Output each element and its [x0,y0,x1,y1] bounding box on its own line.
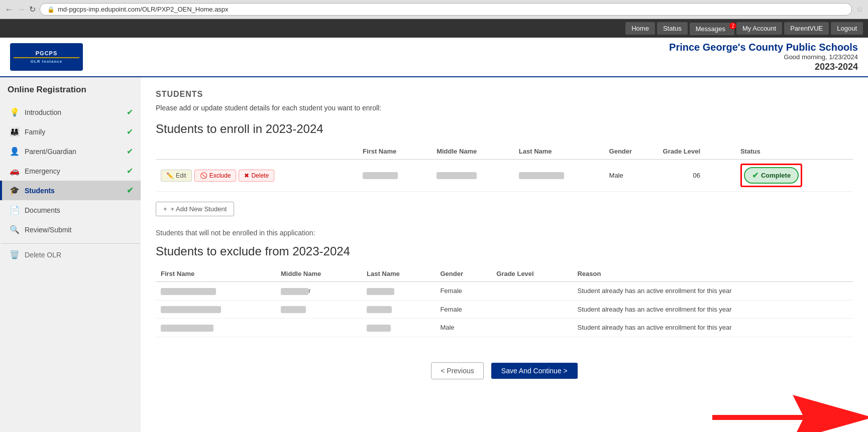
check-emergency: ✔ [127,166,133,176]
excl-col-gender: Gender [435,266,491,282]
trash-icon: 🗑️ [10,250,20,259]
school-logo: PGCPS OLR Instance [10,43,83,71]
sidebar-label-introduction: Introduction [25,108,61,116]
student-grade: 06 [658,160,735,192]
excl-grade-1 [491,282,572,301]
back-icon[interactable]: ← [5,5,13,14]
school-year: 2023-2024 [669,62,858,72]
logo-area: PGCPS OLR Instance [10,43,83,71]
lightbulb-icon: 💡 [10,107,20,117]
delete-button[interactable]: ✖ Delete [239,170,274,182]
sidebar-title: Online Registration [0,85,141,102]
sidebar-label-emergency: Emergency [25,167,60,175]
bottom-nav: < Previous Save And Continue > [156,352,853,389]
messages-badge: 2 [729,23,736,29]
reload-icon[interactable]: ↻ [29,5,36,14]
delete-icon: ✖ [244,172,249,179]
sidebar-item-parent-guardian[interactable]: 👤 Parent/Guardian ✔ [0,141,141,161]
excl-grade-3 [491,319,572,337]
table-row: Female Student already has an active enr… [156,300,853,319]
family-icon: 👨‍👩‍👧 [10,127,20,136]
exclude-button[interactable]: 🚫 Exclude [194,170,237,182]
table-row: Male Student already has an active enrol… [156,319,853,337]
col-header-first-name: First Name [358,143,431,160]
students-icon: 🎓 [10,186,20,195]
excl-first-name-3 [156,319,276,337]
svg-marker-0 [712,395,868,432]
excl-middle-name-3 [276,319,362,337]
page-header: PGCPS OLR Instance Prince George's Count… [0,38,868,77]
table-row: r Female Student already has an active e… [156,282,853,301]
complete-check-icon: ✔ [752,171,758,180]
sidebar-item-documents[interactable]: 📄 Documents [0,200,141,220]
my-account-link[interactable]: My Account [736,22,782,35]
parent-icon: 👤 [10,147,20,156]
excl-col-middle-name: Middle Name [276,266,362,282]
star-icon[interactable]: ☆ [856,5,863,14]
messages-link[interactable]: Messages [690,23,734,35]
check-students: ✔ [127,186,133,195]
excl-reason-1: Student already has an active enrollment… [572,282,853,301]
check-family: ✔ [127,127,133,136]
plus-icon: + [163,205,167,213]
sidebar-item-review-submit[interactable]: 🔍 Review/Submit [0,220,141,239]
sidebar-label-students: Students [25,187,55,195]
school-info: Prince George's County Public Schools Go… [669,42,858,72]
pencil-icon: ✏️ [166,172,174,179]
sidebar-item-delete-olr[interactable]: 🗑️ Delete OLR [0,243,141,264]
excl-col-last-name: Last Name [362,266,435,282]
enroll-heading: Students to enroll in 2023-2024 [156,122,853,136]
section-description: Please add or update student details for… [156,104,853,112]
student-gender: Male [604,160,658,192]
exclude-table: First Name Middle Name Last Name Gender … [156,266,853,337]
sidebar-label-delete-olr: Delete OLR [25,251,61,259]
date: 1/23/2024 [829,53,858,61]
sidebar-label-review-submit: Review/Submit [25,226,71,234]
student-first-name [358,160,431,192]
sidebar-label-parent-guardian: Parent/Guardian [25,148,76,156]
excl-col-grade-level: Grade Level [491,266,572,282]
sidebar-item-family[interactable]: 👨‍👩‍👧 Family ✔ [0,122,141,141]
top-nav: Home Status Messages 2 My Account Parent… [0,19,868,38]
sidebar-item-introduction[interactable]: 💡 Introduction ✔ [0,102,141,122]
documents-icon: 📄 [10,205,20,215]
excl-reason-3: Student already has an active enrollment… [572,319,853,337]
col-header-gender: Gender [604,143,658,160]
table-row: ✏️ Edit 🚫 Exclude ✖ Delete [156,160,853,192]
col-header-last-name: Last Name [514,143,604,160]
school-name: Prince George's County Public Schools [669,42,858,53]
forward-icon[interactable]: → [17,5,25,14]
col-header-middle-name: Middle Name [431,143,514,160]
col-header-actions [156,143,358,160]
status-link[interactable]: Status [657,22,688,35]
save-and-continue-button[interactable]: Save And Continue > [491,363,578,379]
enroll-table: First Name Middle Name Last Name Gender … [156,143,853,192]
excl-last-name-2 [362,300,435,319]
sidebar-item-emergency[interactable]: 🚗 Emergency ✔ [0,161,141,181]
excluded-description: Students that will not be enrolled in th… [156,229,853,237]
col-header-grade-level: Grade Level [658,143,735,160]
parentvue-link[interactable]: ParentVUE [784,22,829,35]
excl-gender-3: Male [435,319,491,337]
excl-col-reason: Reason [572,266,853,282]
home-link[interactable]: Home [625,22,655,35]
previous-button[interactable]: < Previous [431,362,484,379]
section-title: STUDENTS [156,90,853,99]
logout-link[interactable]: Logout [831,22,863,35]
excl-middle-name-1: r [276,282,362,301]
excl-last-name-3 [362,319,435,337]
excl-last-name-1 [362,282,435,301]
edit-button[interactable]: ✏️ Edit [161,170,192,182]
url-bar[interactable]: md-pgcps-imp.edupoint.com/OLR/PXP2_OEN_H… [58,6,229,13]
add-new-student-button[interactable]: + + Add New Student [156,202,234,216]
sidebar-item-students[interactable]: 🎓 Students ✔ [0,181,141,200]
excl-gender-2: Female [435,300,491,319]
main-content: STUDENTS Please add or update student de… [141,77,868,432]
student-status: ✔ Complete [735,160,853,192]
greeting: Good morning, 1/23/2024 [669,53,858,61]
col-header-status: Status [735,143,853,160]
annotation-arrow [712,392,868,432]
sidebar-label-family: Family [25,128,45,136]
exclude-icon: 🚫 [200,172,207,179]
action-cell: ✏️ Edit 🚫 Exclude ✖ Delete [156,160,358,192]
